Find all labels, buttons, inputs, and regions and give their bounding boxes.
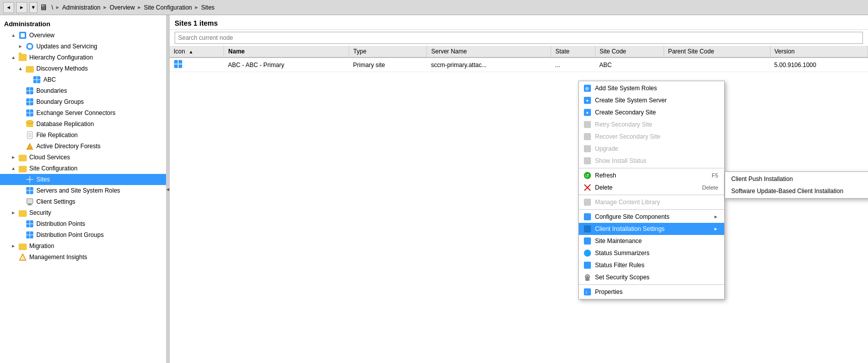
table-row[interactable]: ABC - ABC - Primary Primary site sccm-pr… [170, 57, 868, 72]
sidebar-item-updates[interactable]: ► Updates and Servicing [0, 41, 166, 52]
ctx-manage-content-library-icon [583, 198, 592, 207]
sidebar-item-hierarchy[interactable]: ▲ Hierarchy Configuration [0, 52, 166, 63]
svg-rect-63 [584, 199, 591, 206]
ctx-delete-icon [583, 183, 592, 192]
clientsettings-icon [25, 197, 34, 206]
sidebar-item-siteconfig[interactable]: ▲ Site Configuration [0, 163, 166, 174]
col-sitecode[interactable]: Site Code [595, 46, 664, 57]
ctx-create-secondary-site[interactable]: ✦ Create Secondary Site [579, 106, 724, 118]
breadcrumb-root[interactable]: \ [51, 4, 53, 11]
breadcrumb: \ ► Administration ► Overview ► Site Con… [51, 4, 214, 11]
adforests-icon: ! [25, 142, 34, 151]
svg-rect-65 [584, 225, 591, 232]
content-title: Sites 1 items [175, 19, 218, 27]
ctx-delete-shortcut: Delete [702, 185, 718, 191]
mgmtinsights-icon: ! [18, 253, 27, 262]
ctx-configure-site-components-label: Configure Site Components [595, 213, 669, 220]
col-name[interactable]: Name [224, 46, 349, 57]
sidebar-item-adforests[interactable]: ! Active Directory Forests [0, 141, 166, 152]
exchange-icon [25, 108, 34, 117]
sidebar-item-label-distpoints: Distribution Points [36, 220, 85, 227]
overview-icon [18, 31, 27, 40]
sidebar-item-boundaries[interactable]: Boundaries [0, 85, 166, 96]
ctx-add-site-system-roles[interactable]: ⊕ Add Site System Roles [579, 82, 724, 94]
ctx-create-site-system-server-icon: ✦ [583, 96, 592, 105]
ctx-delete[interactable]: Delete Delete [579, 182, 724, 194]
ctx-retry-secondary-site: Retry Secondary Site [579, 118, 724, 131]
ctx-recover-secondary-site-icon [583, 132, 592, 141]
svg-text:i: i [586, 290, 587, 295]
search-bar [175, 32, 863, 44]
svg-rect-1 [21, 33, 25, 37]
svg-text:✦: ✦ [585, 110, 589, 115]
sidebar-item-cloudservices[interactable]: ► Cloud Services [0, 152, 166, 163]
sidebar-item-migration[interactable]: ► Migration [0, 240, 166, 252]
ctx-configure-site-components-wrap: Configure Site Components [583, 212, 669, 221]
dropdown-button[interactable]: ▼ [29, 2, 37, 13]
ctx-recover-secondary-site-label: Recover Secondary Site [595, 133, 660, 140]
sub-item-client-push-installation[interactable]: Client Push Installation [725, 173, 868, 185]
ctx-status-filter-rules[interactable]: Status Filter Rules [579, 259, 724, 271]
expand-arrow-discovery: ▲ [18, 66, 25, 71]
updates-icon [25, 42, 34, 51]
svg-text:!: ! [29, 145, 30, 150]
col-icon[interactable]: Icon ▲ [170, 46, 224, 57]
svg-rect-36 [19, 210, 27, 217]
sidebar-item-discovery[interactable]: ▲ Discovery Methods [0, 63, 166, 74]
breadcrumb-administration[interactable]: Administration [62, 4, 100, 11]
boundaries-icon [25, 86, 34, 95]
sidebar-item-distpoints[interactable]: Distribution Points [0, 218, 166, 229]
ctx-properties[interactable]: i Properties [579, 286, 724, 298]
sidebar-item-abc[interactable]: ABC [0, 74, 166, 85]
sidebar-item-sites[interactable]: Sites [0, 174, 166, 185]
ctx-manage-content-library-label: Manage Content Library [595, 199, 660, 206]
sidebar-item-clientsettings[interactable]: Client Settings [0, 196, 166, 207]
sidebar-item-filereplication[interactable]: File Replication [0, 130, 166, 141]
forward-button[interactable]: ► [16, 2, 27, 13]
col-type[interactable]: Type [349, 46, 427, 57]
ctx-sep1 [579, 168, 724, 168]
sidebar-item-distpointgroups[interactable]: Distribution Point Groups [0, 229, 166, 240]
content-header: Sites 1 items [170, 15, 868, 30]
sidebar-item-exchange[interactable]: Exchange Server Connectors [0, 107, 166, 118]
col-version[interactable]: Version [770, 46, 867, 57]
svg-text:🌐: 🌐 [585, 251, 591, 257]
ctx-refresh-icon: ↺ [583, 171, 592, 180]
breadcrumb-overview[interactable]: Overview [110, 4, 135, 11]
ctx-client-installation-settings-arrow-icon: ► [714, 226, 718, 231]
cell-state: ... [551, 57, 595, 72]
sidebar-item-boundarygroups[interactable]: Boundary Groups [0, 96, 166, 107]
ctx-add-site-system-roles-icon: ⊕ [583, 84, 592, 93]
ctx-status-summarizers[interactable]: 🌐 Status Summarizers [579, 247, 724, 259]
ctx-create-site-system-server[interactable]: ✦ Create Site System Server [579, 94, 724, 106]
sidebar-item-security[interactable]: ► Security [0, 207, 166, 218]
ctx-create-secondary-site-label: Create Secondary Site [595, 109, 656, 116]
breadcrumb-sites[interactable]: Sites [201, 4, 214, 11]
svg-text:!: ! [22, 256, 24, 261]
svg-rect-55 [584, 121, 591, 128]
search-input[interactable] [175, 32, 863, 44]
sidebar-item-dbreplication[interactable]: Database Replication [0, 118, 166, 130]
migration-icon [18, 241, 27, 251]
sidebar-item-overview[interactable]: ▲ Overview [0, 30, 166, 41]
expand-arrow-overview: ▲ [11, 33, 18, 38]
ctx-site-maintenance[interactable]: Site Maintenance [579, 235, 724, 247]
ctx-set-security-scopes[interactable]: Set Security Scopes [579, 271, 724, 283]
ctx-client-installation-settings[interactable]: Client Installation Settings ► [579, 223, 724, 235]
ctx-sep2 [579, 195, 724, 195]
col-parentsitecode[interactable]: Parent Site Code [664, 46, 770, 57]
sub-item-software-update-client-installation[interactable]: Software Update-Based Client Installatio… [725, 185, 868, 197]
breadcrumb-site-configuration[interactable]: Site Configuration [144, 4, 192, 11]
ctx-manage-content-library: Manage Content Library [579, 196, 724, 208]
expand-arrow-cloudservices: ► [11, 155, 18, 160]
back-button[interactable]: ◄ [3, 2, 14, 13]
distpointgroups-icon [25, 230, 34, 239]
ctx-configure-site-components[interactable]: Configure Site Components ► [579, 211, 724, 223]
nav-bar: ◄ ► ▼ 🖥 \ ► Administration ► Overview ► … [0, 0, 868, 15]
sidebar-item-servers[interactable]: Servers and Site System Roles [0, 185, 166, 196]
ctx-refresh[interactable]: ↺ Refresh F5 [579, 169, 724, 182]
col-state[interactable]: State [551, 46, 595, 57]
sidebar-item-mgmtinsights[interactable]: ! Management Insights [0, 252, 166, 263]
col-server[interactable]: Server Name [427, 46, 551, 57]
expand-arrow-security: ► [11, 210, 18, 215]
